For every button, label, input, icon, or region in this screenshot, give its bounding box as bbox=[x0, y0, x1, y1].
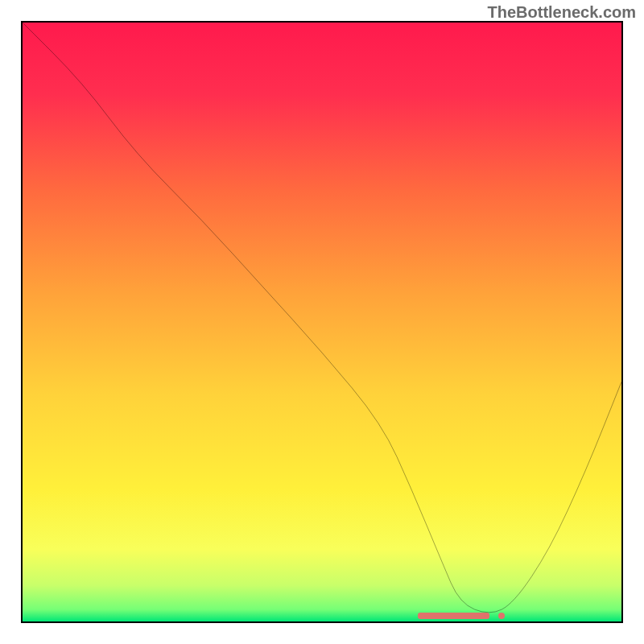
optimal-point-marker bbox=[498, 613, 505, 619]
bottleneck-curve bbox=[23, 23, 621, 613]
chart-frame bbox=[21, 21, 623, 623]
attribution-text: TheBottleneck.com bbox=[488, 3, 636, 22]
curve-svg bbox=[23, 23, 621, 621]
optimal-range-marker bbox=[418, 613, 489, 619]
